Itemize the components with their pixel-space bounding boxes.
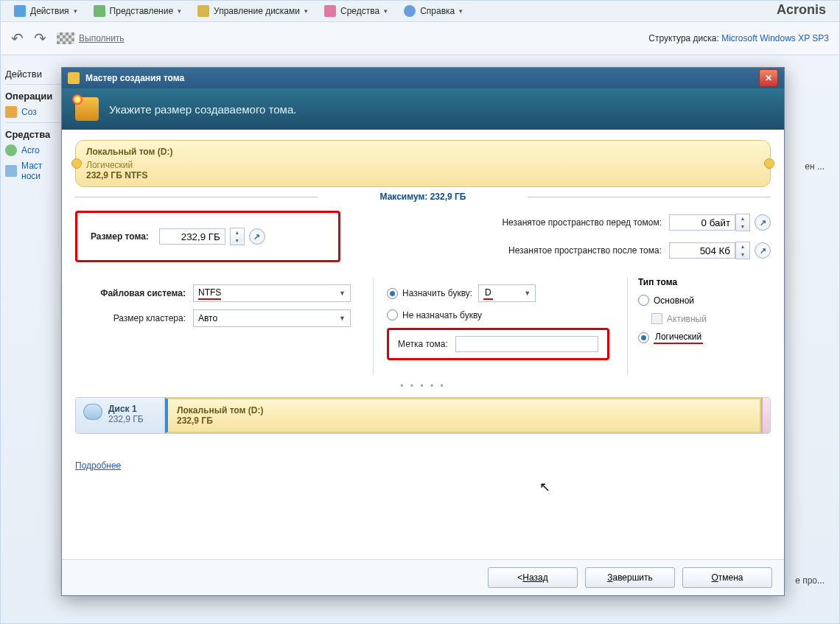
drive-letter-select[interactable]: D▼ xyxy=(478,284,536,302)
app-window: Действия▾ Представление▾ Управление диск… xyxy=(0,0,840,624)
wizard-banner: Укажите размер создаваемого тома. xyxy=(62,88,784,130)
volume-size-line: 232,9 ГБ NTFS xyxy=(86,170,760,180)
disk-icon xyxy=(83,404,102,420)
type-primary-radio[interactable] xyxy=(638,295,649,306)
no-letter-label: Не назначать букву xyxy=(402,310,482,320)
menu-label: Управление дисками xyxy=(214,6,300,16)
size-spinner[interactable]: ▲▼ xyxy=(230,228,245,245)
free-after-label: Незанятое пространство после тома: xyxy=(370,245,662,256)
recycle-icon xyxy=(5,144,17,156)
type-active-checkbox xyxy=(651,313,662,324)
resize-grip[interactable]: • • • • • xyxy=(75,381,771,391)
disk-size: 232,9 ГБ xyxy=(108,414,144,424)
create-volume-wizard: Мастер создания тома ✕ Укажите размер со… xyxy=(61,67,785,596)
resize-handle-right[interactable] xyxy=(764,158,774,169)
details-link[interactable]: Подробнее xyxy=(75,460,121,471)
brand-logo: Acronis xyxy=(777,2,826,18)
free-after-expand[interactable]: ↗ xyxy=(755,242,771,259)
type-group-title: Тип тома xyxy=(638,277,771,287)
partition-name: Локальный том (D:) xyxy=(177,405,751,416)
free-before-spinner[interactable]: ▲▼ xyxy=(735,214,750,231)
disk-name: Диск 1 xyxy=(108,404,144,414)
disk-icon xyxy=(197,5,209,17)
free-before-input[interactable] xyxy=(669,214,735,231)
menu-label: Средства xyxy=(340,6,379,16)
menu-help[interactable]: Справка▾ xyxy=(404,5,463,17)
free-before-expand[interactable]: ↗ xyxy=(755,214,771,231)
free-after-spinner[interactable]: ▲▼ xyxy=(735,242,750,259)
filesystem-select[interactable]: NTFS▼ xyxy=(193,284,351,302)
back-button[interactable]: < Назад xyxy=(488,567,578,588)
disk-header[interactable]: Диск 1 232,9 ГБ xyxy=(76,398,165,433)
close-button[interactable]: ✕ xyxy=(759,69,778,87)
wizard-content: Локальный том (D:) Логический 232,9 ГБ N… xyxy=(62,130,784,560)
menu-disk-mgmt[interactable]: Управление дисками▾ xyxy=(197,5,308,17)
redo-button[interactable]: ↷ xyxy=(34,29,46,47)
create-icon xyxy=(5,106,17,118)
wizard-footer: < Назад ЗЗавершитьавершить ОтменаОтмена xyxy=(62,559,784,595)
toolbar: ↶ ↷ Выполнить Структура диска: Microsoft… xyxy=(1,22,839,55)
media-icon xyxy=(5,165,17,177)
cluster-select[interactable]: Авто▼ xyxy=(193,309,351,327)
menubar: Действия▾ Представление▾ Управление диск… xyxy=(1,1,839,22)
finish-button[interactable]: ЗЗавершитьавершить xyxy=(585,567,675,588)
menu-tools[interactable]: Средства▾ xyxy=(324,5,388,17)
cluster-value: Авто xyxy=(198,313,217,323)
assign-letter-radio[interactable] xyxy=(387,288,398,299)
size-expand-button[interactable]: ↗ xyxy=(249,228,265,245)
fs-label: Файловая система: xyxy=(75,288,186,298)
no-letter-radio[interactable] xyxy=(387,309,398,320)
volume-type: Логический xyxy=(86,160,760,170)
volume-label-label: Метка тома: xyxy=(398,339,448,349)
free-before-label: Незанятое пространство перед томом: xyxy=(370,217,662,228)
wizard-step-icon xyxy=(75,97,99,121)
volume-name: Локальный том (D:) xyxy=(86,147,760,157)
disk-layout: Диск 1 232,9 ГБ Локальный том (D:) 232,9… xyxy=(75,397,771,434)
type-active-label: Активный xyxy=(667,314,707,324)
view-icon xyxy=(94,5,105,17)
undo-icon: ↶ xyxy=(11,29,24,47)
run-button[interactable]: Выполнить xyxy=(57,32,125,44)
free-after-input[interactable] xyxy=(669,242,735,259)
size-highlight: Размер тома: ▲▼ ↗ xyxy=(75,211,340,262)
type-logical-label: Логический xyxy=(654,332,703,344)
window-title: Мастер создания тома xyxy=(85,73,184,83)
redo-icon: ↷ xyxy=(34,29,46,47)
partition-block[interactable]: Локальный том (D:) 232,9 ГБ xyxy=(165,398,761,433)
max-size-label: Максимум: 232,9 ГБ xyxy=(75,192,771,202)
size-label: Размер тома: xyxy=(91,231,149,242)
undo-button[interactable]: ↶ xyxy=(11,29,24,47)
cluster-label: Размер кластера: xyxy=(75,313,186,323)
partition-size: 232,9 ГБ xyxy=(177,416,751,426)
type-logical-radio[interactable] xyxy=(638,332,649,343)
fs-value: NTFS xyxy=(198,287,221,300)
volume-preview[interactable]: Локальный том (D:) Логический 232,9 ГБ N… xyxy=(75,140,771,187)
partition-edge xyxy=(761,398,770,433)
help-icon xyxy=(404,5,416,17)
cursor-icon: ↖ xyxy=(539,479,550,495)
menu-actions[interactable]: Действия▾ xyxy=(14,5,77,17)
disk-structure: Структура диска: Microsoft Windows XP SP… xyxy=(648,33,829,43)
volume-label-input[interactable] xyxy=(455,336,598,352)
titlebar[interactable]: Мастер создания тома ✕ xyxy=(62,68,784,88)
size-input[interactable] xyxy=(159,228,225,245)
run-label: Выполнить xyxy=(79,33,125,43)
disk-structure-link[interactable]: Microsoft Windows XP SP3 xyxy=(721,33,829,43)
wizard-subtitle: Укажите размер создаваемого тома. xyxy=(109,103,296,116)
menu-label: Представление xyxy=(110,6,174,16)
cancel-button[interactable]: ОтменаОтмена xyxy=(682,567,772,588)
resize-handle-left[interactable] xyxy=(71,158,82,169)
type-primary-label: Основной xyxy=(654,295,694,306)
menu-label: Справка xyxy=(420,6,455,16)
drive-letter-value: D xyxy=(483,287,493,300)
tools-icon xyxy=(324,5,336,17)
assign-letter-label: Назначить букву: xyxy=(402,288,472,298)
menu-view[interactable]: Представление▾ xyxy=(94,5,182,17)
window-icon xyxy=(68,72,80,84)
flag-icon xyxy=(57,32,74,44)
bg-text: е про... xyxy=(795,575,825,586)
menu-label: Действия xyxy=(30,6,69,16)
gear-icon xyxy=(14,5,26,17)
bg-text: ен ... xyxy=(805,161,825,172)
